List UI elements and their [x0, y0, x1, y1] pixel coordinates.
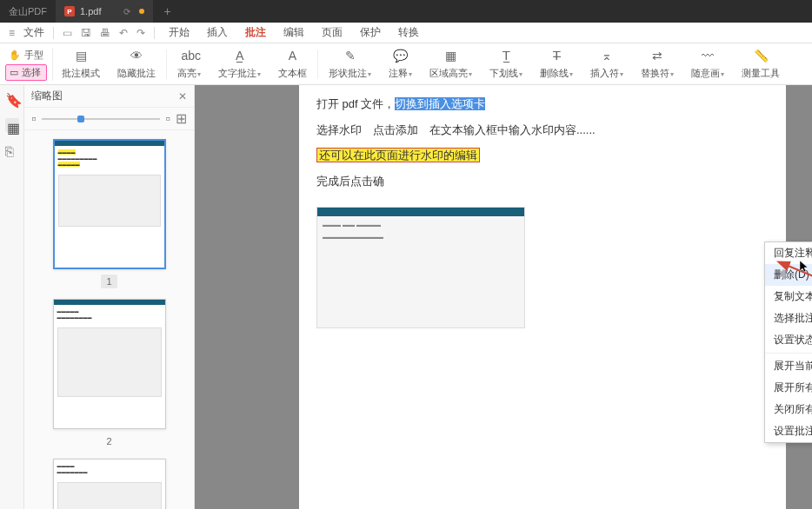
- thumbnail-header: 缩略图 ✕: [24, 85, 194, 108]
- save-icon[interactable]: 🖫: [77, 27, 95, 39]
- freehand-icon: 〰: [700, 49, 715, 64]
- attachment-icon[interactable]: ⎘: [5, 144, 19, 158]
- area-highlight-icon: ▦: [443, 49, 459, 64]
- doc-text-line: 打开 pdf 文件，切换到插入选项卡: [316, 96, 769, 113]
- document-page: 打开 pdf 文件，切换到插入选项卡 选择水印 点击添加 在文本输入框中输入水印…: [299, 85, 786, 509]
- thumbnail-page[interactable]: ▬▬▬▬▬▬▬▬▬▬▬: [53, 459, 166, 509]
- hamburger-icon[interactable]: ≡: [5, 27, 18, 39]
- menu-tab[interactable]: 编辑: [275, 26, 313, 38]
- app-name: 金山PDF: [0, 5, 56, 18]
- cursor-mode-group: ✋ 手型 ▭ 选择: [5, 48, 53, 81]
- context-menu-item[interactable]: 展开当前注释: [765, 355, 812, 377]
- file-menu[interactable]: 文件: [20, 25, 48, 40]
- textbox-button[interactable]: A文本框: [270, 43, 316, 85]
- shape-annotation-icon: ✎: [343, 49, 358, 64]
- doc-text-line: 选择水印 点击添加 在文本输入框中输入水印内容......: [316, 122, 769, 139]
- bookmark-icon[interactable]: 🔖: [5, 92, 19, 106]
- separator: [166, 50, 167, 79]
- zoom-slider[interactable]: [42, 118, 161, 120]
- close-panel-icon[interactable]: ✕: [178, 90, 187, 102]
- tab-close-icon[interactable]: ⟳: [123, 7, 130, 17]
- annotation-mode-icon: ▤: [73, 49, 89, 64]
- area-highlight-button[interactable]: ▦区域高亮▾: [421, 43, 481, 85]
- document-area[interactable]: 打开 pdf 文件，切换到插入选项卡 选择水印 点击添加 在文本输入框中输入水印…: [195, 85, 812, 509]
- separator: [53, 27, 54, 39]
- highlighted-text[interactable]: 还可以在此页面进行水印的编辑: [316, 148, 480, 162]
- select-tool[interactable]: ▭ 选择: [5, 64, 47, 81]
- freehand-button[interactable]: 〰随意画▾: [682, 43, 733, 85]
- zoom-in-icon[interactable]: ▫: [165, 111, 170, 127]
- context-menu-item[interactable]: 删除(D): [765, 264, 812, 286]
- menu-tab[interactable]: 批注: [236, 26, 275, 38]
- tab-add-button[interactable]: +: [153, 4, 181, 18]
- shape-annotation-button[interactable]: ✎形状批注▾: [320, 43, 380, 85]
- open-icon[interactable]: ▭: [59, 27, 76, 39]
- thumbnail-panel: 缩略图 ✕ ▫ ▫ ⊞ ▬▬▬▬▬▬▬▬▬▬▬▬▬▬▬▬▬▬ 1: [24, 85, 195, 509]
- separator: [154, 27, 155, 39]
- context-menu-item[interactable]: 设置状态(S): [765, 329, 812, 351]
- thumbnail-icon[interactable]: ▦: [5, 118, 19, 132]
- thumbnail-number: 1: [101, 274, 116, 288]
- context-menu-item[interactable]: 复制文本(C)Ctrl+C: [765, 286, 812, 307]
- menubar: ≡ 文件 ▭ 🖫 🖶 ↶ ↷ 开始插入批注编辑页面保护转换: [0, 23, 812, 43]
- separator: [317, 50, 318, 79]
- print-icon[interactable]: 🖶: [97, 27, 114, 39]
- left-rail: 🔖 ▦ ⎘: [0, 85, 24, 509]
- comment-button[interactable]: 💬注释▾: [380, 43, 421, 85]
- caret-icon: ⌅: [599, 49, 615, 64]
- thumbnail-item[interactable]: ▬▬▬▬▬▬▬▬▬▬▬: [24, 459, 194, 509]
- pdf-icon: P: [64, 6, 75, 17]
- measure-icon: 📏: [753, 49, 769, 64]
- strikethrough-icon: T̶: [549, 49, 564, 64]
- measure-button[interactable]: 📏测量工具: [733, 43, 789, 85]
- separator: [765, 353, 812, 354]
- menu-tab[interactable]: 开始: [160, 26, 198, 38]
- textbox-icon: A: [285, 49, 301, 64]
- thumbnail-page[interactable]: ▬▬▬▬▬▬▬▬▬▬▬▬▬▬▬▬▬▬: [53, 139, 166, 269]
- menu-tab[interactable]: 页面: [313, 26, 351, 38]
- text-annotation-button[interactable]: A̲文字批注▾: [210, 43, 270, 85]
- zoom-out-icon[interactable]: ▫: [31, 111, 37, 127]
- main-content: 🔖 ▦ ⎘ 缩略图 ✕ ▫ ▫ ⊞ ▬▬▬▬▬▬▬▬▬▬▬▬▬▬▬▬▬▬ 1: [0, 85, 812, 509]
- document-tab[interactable]: P 1.pdf ⟳: [56, 0, 153, 23]
- tab-title: 1.pdf: [80, 6, 101, 17]
- hand-tool[interactable]: ✋ 手型: [5, 48, 47, 63]
- menu-tab[interactable]: 插入: [198, 26, 236, 38]
- comment-icon: 💬: [393, 49, 409, 64]
- highlight-button[interactable]: abc高亮▾: [169, 43, 210, 85]
- selected-text: 切换到插入选项卡: [395, 97, 485, 110]
- context-menu-item[interactable]: 关闭所有注释: [765, 399, 812, 420]
- hand-icon: ✋: [9, 50, 21, 61]
- context-menu-item[interactable]: 展开所有注释: [765, 377, 812, 399]
- doc-highlight-line: 还可以在此页面进行水印的编辑: [316, 147, 769, 164]
- thumbnail-list[interactable]: ▬▬▬▬▬▬▬▬▬▬▬▬▬▬▬▬▬▬ 1 ▬▬▬▬▬▬▬▬▬▬▬▬▬ 2 ▬▬▬…: [24, 130, 194, 509]
- caret-button[interactable]: ⌅插入符▾: [582, 43, 632, 85]
- underline-button[interactable]: T̲下划线▾: [481, 43, 531, 85]
- context-menu-item[interactable]: 设置批注框属性: [765, 420, 812, 442]
- annotation-mode-button[interactable]: ▤批注模式: [53, 43, 109, 85]
- context-menu[interactable]: 回复注释(R)删除(D)复制文本(C)Ctrl+C选择批注文本(T)设置状态(S…: [764, 241, 812, 443]
- context-menu-item[interactable]: 回复注释(R): [765, 242, 812, 264]
- thumbnail-number: 2: [101, 434, 116, 448]
- text-annotation-icon: A̲: [232, 49, 248, 64]
- thumbnail-page[interactable]: ▬▬▬▬▬▬▬▬▬▬▬▬▬: [53, 299, 166, 429]
- hide-annotation-button[interactable]: 👁隐藏批注: [109, 43, 164, 85]
- tab-indicator-icon: [139, 9, 144, 14]
- titlebar: 金山PDF P 1.pdf ⟳ +: [0, 0, 812, 23]
- thumbnail-item[interactable]: ▬▬▬▬▬▬▬▬▬▬▬▬▬ 2: [24, 299, 194, 448]
- embedded-image: ▬▬▬ ▬▬ ▬▬▬▬▬▬▬▬▬▬▬▬▬▬: [316, 207, 525, 328]
- replace-icon: ⇄: [649, 49, 665, 64]
- highlight-icon: abc: [182, 49, 197, 64]
- context-menu-item[interactable]: 选择批注文本(T): [765, 307, 812, 329]
- doc-text-line: 完成后点击确: [316, 173, 384, 190]
- replace-button[interactable]: ⇄替换符▾: [632, 43, 682, 85]
- menu-tab[interactable]: 保护: [351, 26, 389, 38]
- undo-icon[interactable]: ↶: [116, 27, 131, 39]
- strikethrough-button[interactable]: T̶删除线▾: [531, 43, 582, 85]
- thumbnail-item[interactable]: ▬▬▬▬▬▬▬▬▬▬▬▬▬▬▬▬▬▬ 1: [24, 139, 194, 288]
- redo-icon[interactable]: ↷: [133, 27, 149, 39]
- underline-icon: T̲: [498, 49, 514, 64]
- grid-icon[interactable]: ⊞: [176, 110, 187, 127]
- menu-tab[interactable]: 转换: [389, 26, 428, 38]
- hide-annotation-icon: 👁: [129, 49, 144, 64]
